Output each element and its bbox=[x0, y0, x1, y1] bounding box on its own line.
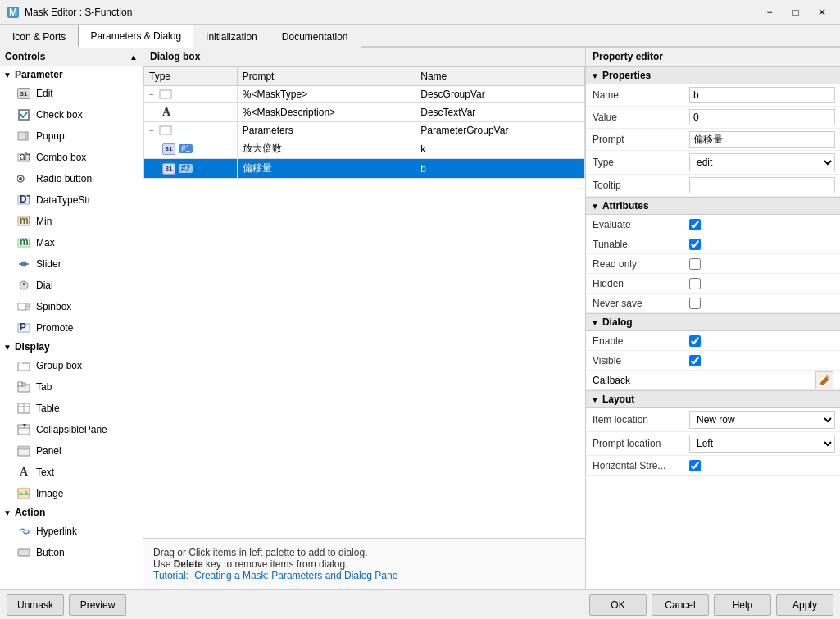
dialog-box: Dialog box Type Prompt Name − bbox=[143, 48, 586, 589]
horizontal-stretch-checkbox[interactable] bbox=[689, 460, 701, 471]
dialog-box-header: Dialog box bbox=[143, 48, 585, 66]
palette-item-popup[interactable]: Popup bbox=[0, 125, 143, 147]
tab-documentation[interactable]: Documentation bbox=[270, 25, 361, 48]
palette-item-dial[interactable]: Dial bbox=[0, 275, 143, 296]
palette-section-parameter[interactable]: ▼ Parameter bbox=[0, 66, 143, 83]
palette-item-promote[interactable]: P Promote bbox=[0, 317, 143, 339]
unmask-button[interactable]: Unmask bbox=[7, 594, 64, 616]
panel-icon bbox=[16, 444, 31, 458]
visible-checkbox[interactable] bbox=[689, 355, 701, 366]
table-row[interactable]: 31 #2 偏移量 b bbox=[144, 159, 585, 179]
svg-point-10 bbox=[19, 177, 22, 180]
tutorial-link[interactable]: Tutorial:- Creating a Mask: Parameters a… bbox=[153, 570, 397, 581]
table-row[interactable]: − %<MaskType> DescGroupVar bbox=[144, 86, 585, 103]
apply-button[interactable]: Apply bbox=[776, 594, 833, 616]
palette-section-action[interactable]: ▼ Action bbox=[0, 504, 143, 521]
title-bar: M Mask Editor : S-Function − □ ✕ bbox=[0, 0, 840, 25]
palette-item-collapsiblepane[interactable]: ▼ CollapsiblePane bbox=[0, 419, 143, 440]
svg-point-18 bbox=[21, 262, 26, 266]
palette-item-table[interactable]: Table bbox=[0, 398, 143, 419]
section-dialog[interactable]: ▼ Dialog bbox=[586, 313, 840, 331]
tooltip-input[interactable] bbox=[689, 177, 835, 193]
palette-item-tab[interactable]: Tab bbox=[0, 376, 143, 398]
section-properties[interactable]: ▼ Properties bbox=[586, 66, 840, 84]
palette-section-display[interactable]: ▼ Display bbox=[0, 339, 143, 355]
palette-item-edit[interactable]: 31 Edit bbox=[0, 83, 143, 104]
palette-item-slider[interactable]: Slider bbox=[0, 253, 143, 275]
preview-button[interactable]: Preview bbox=[69, 594, 126, 616]
palette-header: Controls ▲ bbox=[0, 48, 143, 66]
readonly-checkbox[interactable] bbox=[689, 258, 701, 270]
palette-item-groupbox[interactable]: Group box bbox=[0, 355, 143, 376]
svg-text:▼: ▼ bbox=[20, 424, 30, 430]
palette-item-combobox[interactable]: ab▼ Combo box bbox=[0, 147, 143, 168]
expand-btn[interactable]: − bbox=[149, 90, 154, 99]
help-button[interactable]: Help bbox=[714, 594, 771, 616]
tab-icon-ports[interactable]: Icon & Ports bbox=[0, 25, 78, 48]
tab-parameters-dialog[interactable]: Parameters & Dialog bbox=[78, 25, 193, 48]
dialog-table: Type Prompt Name − %<Mas bbox=[143, 66, 585, 538]
tab-initialization[interactable]: Initialization bbox=[193, 25, 270, 48]
palette-item-hyperlink[interactable]: Hyperlink bbox=[0, 521, 143, 542]
svg-rect-42 bbox=[18, 549, 30, 556]
svg-rect-2 bbox=[19, 110, 29, 120]
promote-icon: P bbox=[16, 321, 31, 335]
prop-row-callback: Callback bbox=[586, 371, 840, 390]
type-select[interactable]: edit checkbox popup combobox bbox=[689, 153, 835, 171]
dial-icon bbox=[16, 278, 31, 293]
section-attributes[interactable]: ▼ Attributes bbox=[586, 197, 840, 215]
value-input[interactable] bbox=[689, 109, 835, 125]
image-icon bbox=[16, 486, 31, 501]
palette-item-radio[interactable]: Radio button bbox=[0, 168, 143, 189]
neversave-checkbox[interactable] bbox=[689, 298, 701, 309]
svg-rect-21 bbox=[18, 303, 26, 310]
name-input[interactable] bbox=[689, 87, 835, 103]
evaluate-checkbox[interactable] bbox=[689, 219, 701, 230]
palette-collapse-btn[interactable]: ▲ bbox=[129, 52, 138, 61]
text-icon: A bbox=[16, 465, 31, 480]
property-editor-header: Property editor bbox=[586, 48, 840, 66]
prop-row-item-location: Item location New row Same row bbox=[586, 408, 840, 432]
table-row[interactable]: A %<MaskDescription> DescTextVar bbox=[144, 103, 585, 122]
item-location-select[interactable]: New row Same row bbox=[689, 411, 835, 429]
window-title: Mask Editor : S-Function bbox=[25, 7, 758, 18]
cancel-button[interactable]: Cancel bbox=[652, 594, 709, 616]
table-row[interactable]: 31 #1 放大倍数 k bbox=[144, 139, 585, 159]
minimize-button[interactable]: − bbox=[758, 4, 781, 20]
expand-btn[interactable]: − bbox=[149, 126, 154, 135]
svg-text:▼: ▼ bbox=[27, 301, 30, 312]
prompt-input[interactable] bbox=[689, 131, 835, 148]
svg-rect-44 bbox=[160, 126, 171, 134]
palette-item-max[interactable]: max Max bbox=[0, 232, 143, 253]
hidden-checkbox[interactable] bbox=[689, 278, 701, 289]
callback-edit-button[interactable] bbox=[815, 371, 833, 389]
tunable-checkbox[interactable] bbox=[689, 239, 701, 250]
section-layout[interactable]: ▼ Layout bbox=[586, 390, 840, 408]
main-content: Controls ▲ ▼ Parameter 31 Edit Check box… bbox=[0, 48, 840, 589]
spinbox-icon: ▲▼ bbox=[16, 299, 31, 314]
svg-rect-4 bbox=[25, 133, 28, 139]
palette-item-datatypestr[interactable]: DT DataTypeStr bbox=[0, 189, 143, 211]
palette-item-spinbox[interactable]: ▲▼ Spinbox bbox=[0, 296, 143, 317]
prompt-cell: %<MaskDescription> bbox=[237, 103, 415, 122]
palette-item-panel[interactable]: Panel bbox=[0, 440, 143, 462]
palette-item-checkbox[interactable]: Check box bbox=[0, 104, 143, 125]
edit-type-icon: 31 bbox=[162, 163, 175, 175]
palette-item-min[interactable]: min Min bbox=[0, 211, 143, 232]
table-row[interactable]: − Parameters ParameterGroupVar bbox=[144, 122, 585, 139]
ok-button[interactable]: OK bbox=[589, 594, 647, 616]
button-icon bbox=[16, 545, 31, 560]
maximize-button[interactable]: □ bbox=[784, 4, 807, 20]
dialog-hint: Drag or Click items in left palette to a… bbox=[143, 538, 585, 589]
palette-item-image[interactable]: Image bbox=[0, 483, 143, 504]
palette: Controls ▲ ▼ Parameter 31 Edit Check box… bbox=[0, 48, 143, 589]
palette-item-text[interactable]: A Text bbox=[0, 462, 143, 483]
prompt-location-select[interactable]: Left Top Hidden bbox=[689, 435, 835, 453]
close-button[interactable]: ✕ bbox=[810, 4, 833, 20]
prop-row-hidden: Hidden bbox=[586, 274, 840, 294]
svg-rect-40 bbox=[18, 446, 30, 449]
palette-item-button[interactable]: Button bbox=[0, 542, 143, 563]
enable-checkbox[interactable] bbox=[689, 335, 701, 347]
prop-row-prompt-location: Prompt location Left Top Hidden bbox=[586, 432, 840, 456]
prompt-cell: 偏移量 bbox=[237, 159, 415, 179]
